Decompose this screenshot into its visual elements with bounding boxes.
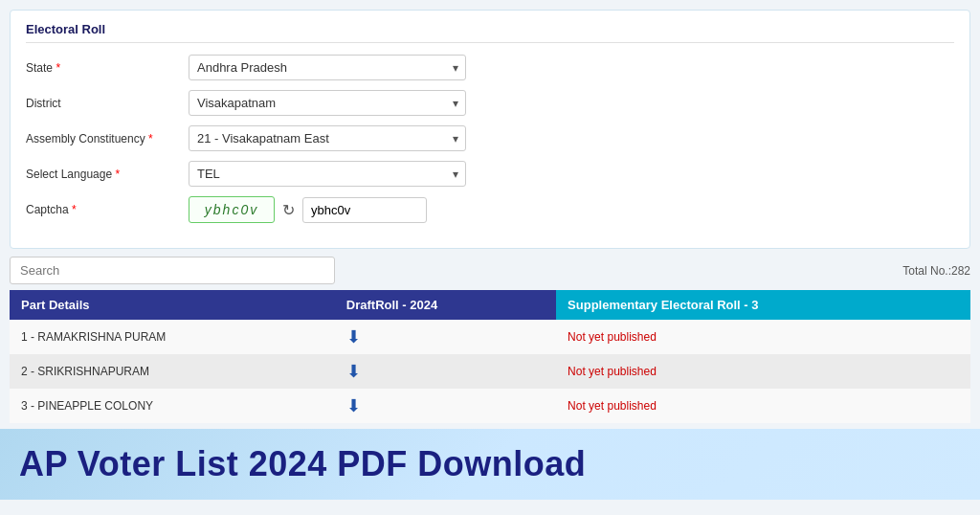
- total-count: Total No.:282: [902, 264, 970, 278]
- assembly-row: Assembly Constituency * 21 - Visakapatna…: [26, 125, 954, 151]
- col-supplementary: Supplementary Electoral Roll - 3: [556, 290, 970, 320]
- supplementary-cell: Not yet published: [556, 354, 970, 389]
- search-input[interactable]: [10, 257, 335, 284]
- table-row: 3 - PINEAPPLE COLONY⬇Not yet published: [10, 389, 970, 423]
- captcha-refresh-icon[interactable]: ↻: [282, 201, 295, 219]
- language-row: Select Language * TEL: [26, 161, 954, 187]
- language-label: Select Language *: [26, 168, 189, 181]
- table-row: 2 - SRIKRISHNAPURAM⬇Not yet published: [10, 354, 970, 389]
- state-row: State * Andhra Pradesh: [26, 55, 954, 80]
- download-icon[interactable]: ⬇: [346, 362, 361, 381]
- not-published-label: Not yet published: [568, 365, 657, 378]
- district-row: District Visakapatnam: [26, 90, 954, 116]
- assembly-label: Assembly Constituency *: [26, 132, 189, 146]
- captcha-label: Captcha *: [26, 203, 189, 216]
- table-header: Part Details DraftRoll - 2024 Supplement…: [10, 290, 970, 320]
- language-select[interactable]: TEL: [189, 161, 466, 187]
- download-icon[interactable]: ⬇: [346, 327, 361, 347]
- supplementary-cell: Not yet published: [556, 389, 970, 423]
- data-table: Part Details DraftRoll - 2024 Supplement…: [10, 290, 970, 423]
- assembly-select-wrapper: 21 - Visakapatnam East: [189, 125, 466, 151]
- supplementary-cell: Not yet published: [556, 320, 970, 354]
- draftroll-cell: ⬇: [335, 320, 556, 354]
- part-cell: 3 - PINEAPPLE COLONY: [10, 389, 335, 423]
- state-select[interactable]: Andhra Pradesh: [189, 55, 466, 80]
- captcha-display: ybhc0v: [189, 196, 275, 223]
- state-select-wrapper: Andhra Pradesh: [189, 55, 466, 80]
- assembly-select[interactable]: 21 - Visakapatnam East: [189, 125, 466, 151]
- draftroll-cell: ⬇: [335, 354, 556, 389]
- not-published-label: Not yet published: [568, 330, 657, 344]
- captcha-input[interactable]: [302, 197, 427, 223]
- search-section: Total No.:282: [10, 257, 970, 284]
- state-label: State *: [26, 61, 189, 75]
- part-cell: 2 - SRIKRISHNAPURAM: [10, 354, 335, 389]
- col-part-details: Part Details: [10, 290, 335, 320]
- part-cell: 1 - RAMAKRISHNA PURAM: [10, 320, 335, 354]
- card-title: Electoral Roll: [26, 22, 954, 43]
- draftroll-cell: ⬇: [335, 389, 556, 423]
- download-icon[interactable]: ⬇: [346, 396, 361, 415]
- district-select[interactable]: Visakapatnam: [189, 90, 466, 116]
- captcha-row: Captcha * ybhc0v ↻: [26, 196, 954, 223]
- col-draftroll: DraftRoll - 2024: [335, 290, 556, 320]
- captcha-group: ybhc0v ↻: [189, 196, 427, 223]
- table-body: 1 - RAMAKRISHNA PURAM⬇Not yet published2…: [10, 320, 970, 423]
- bottom-banner: AP Voter List 2024 PDF Download: [0, 429, 980, 500]
- electoral-roll-card: Electoral Roll State * Andhra Pradesh Di…: [10, 10, 970, 249]
- not-published-label: Not yet published: [568, 399, 657, 413]
- table-row: 1 - RAMAKRISHNA PURAM⬇Not yet published: [10, 320, 970, 354]
- district-select-wrapper: Visakapatnam: [189, 90, 466, 116]
- banner-text: AP Voter List 2024 PDF Download: [19, 444, 961, 484]
- district-label: District: [26, 97, 189, 110]
- language-select-wrapper: TEL: [189, 161, 466, 187]
